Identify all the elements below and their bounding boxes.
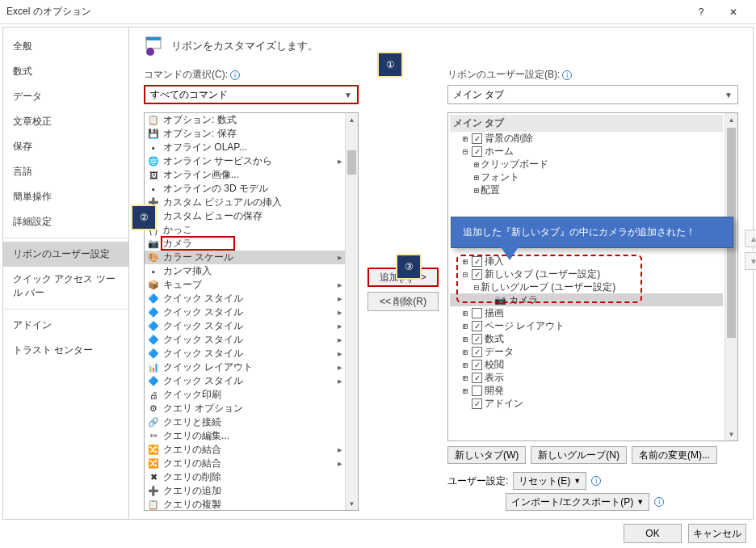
help-button[interactable]: ? — [685, 1, 717, 23]
close-button[interactable]: ✕ — [717, 1, 750, 23]
sidebar-item[interactable]: トラスト センター — [3, 338, 128, 363]
sidebar-item[interactable]: 詳細設定 — [3, 209, 128, 234]
expand-icon[interactable]: ⊞ — [461, 335, 469, 344]
tree-item[interactable]: ⊞背景の削除 — [450, 132, 723, 145]
tree-item[interactable]: ⊞挿入 — [450, 255, 723, 268]
rename-button[interactable]: 名前の変更(M)... — [632, 446, 717, 464]
list-item[interactable]: 📷カメラ — [145, 237, 345, 251]
tree-item[interactable]: ⊞開発 — [450, 384, 723, 397]
list-item[interactable]: 💾オプション: 保存 — [145, 127, 345, 141]
tree-item[interactable]: アドイン — [450, 397, 723, 410]
ok-button[interactable]: OK — [624, 524, 682, 543]
tree-item[interactable]: ⊞校閲 — [450, 358, 723, 371]
info-icon[interactable]: i — [562, 70, 572, 80]
list-item[interactable]: 🔷クイック スタイル▸ — [145, 306, 345, 319]
tree-item[interactable]: 📷カメラ — [450, 293, 723, 306]
info-icon[interactable]: i — [591, 476, 601, 486]
new-group-button[interactable]: 新しいグループ(N) — [531, 446, 627, 464]
expand-icon[interactable]: ⊞ — [472, 160, 481, 169]
sidebar-item[interactable]: 簡単操作 — [3, 184, 128, 209]
list-item[interactable]: ▪オフライン OLAP... — [145, 141, 345, 154]
list-item[interactable]: 🔷クイック スタイル▸ — [145, 333, 345, 347]
sidebar-item[interactable]: 全般 — [3, 34, 128, 59]
tree-item[interactable]: ⊞配置 — [450, 183, 723, 196]
checkbox[interactable] — [472, 360, 482, 370]
sidebar-item[interactable]: 保存 — [3, 134, 128, 159]
scroll-down-icon[interactable]: ▼ — [346, 497, 358, 510]
ribbon-dropdown[interactable]: メイン タブ ▼ — [447, 85, 738, 104]
tree-item[interactable]: ⊞クリップボード — [450, 158, 723, 171]
expand-icon[interactable]: ⊞ — [461, 348, 469, 356]
list-item[interactable]: 📊クイック レイアウト▸ — [145, 360, 345, 374]
checkbox[interactable] — [472, 398, 482, 409]
list-item[interactable]: 🎨カラー スケール▸ — [145, 251, 345, 264]
tree-item[interactable]: ⊟新しいグループ (ユーザー設定) — [450, 280, 723, 293]
tree-item[interactable]: ⊟新しいタブ (ユーザー設定) — [450, 268, 723, 280]
list-item[interactable]: 🔗クエリと接続 — [145, 415, 345, 429]
tree-item[interactable]: ⊞ページ レイアウト — [450, 319, 723, 332]
expand-icon[interactable]: ⊞ — [472, 186, 481, 195]
list-item[interactable]: ⚙クエリ オプション — [145, 402, 345, 415]
expand-icon[interactable]: ⊟ — [461, 147, 469, 156]
ribbon-tree[interactable]: メイン タブ⊞背景の削除⊟ホーム⊞クリップボード⊞フォント⊞配置⊞挿入⊟新しいタ… — [447, 112, 738, 441]
list-item[interactable]: 🖼オンライン画像... — [145, 168, 345, 182]
expand-icon[interactable]: ⊞ — [461, 134, 469, 143]
scrollbar[interactable]: ▲ ▼ — [724, 113, 737, 441]
tree-item[interactable]: ⊞データ — [450, 345, 723, 358]
scroll-up-icon[interactable]: ▲ — [346, 113, 358, 126]
list-item[interactable]: 🖨クイック印刷 — [145, 388, 345, 402]
list-item[interactable]: 🔀クエリの結合▸ — [145, 443, 345, 457]
list-item[interactable]: 📋クエリの複製 — [145, 498, 345, 510]
checkbox[interactable] — [472, 269, 482, 280]
commands-dropdown[interactable]: すべてのコマンド ▼ — [144, 85, 359, 104]
sidebar-item[interactable]: 文章校正 — [3, 109, 128, 134]
list-item[interactable]: ➕カスタム ビジュアルの挿入 — [145, 196, 345, 209]
expand-icon[interactable]: ⊟ — [461, 270, 469, 279]
list-item[interactable]: ✏クエリの編集... — [145, 429, 345, 443]
checkbox[interactable] — [472, 334, 482, 344]
sidebar-item[interactable]: データ — [3, 84, 128, 109]
tree-item[interactable]: ⊟ホーム — [450, 145, 723, 158]
list-item[interactable]: 🔷クイック スタイル▸ — [145, 292, 345, 306]
checkbox[interactable] — [472, 133, 482, 144]
info-icon[interactable]: i — [230, 70, 240, 80]
expand-icon[interactable]: ⊞ — [461, 257, 469, 266]
sidebar-item[interactable]: クイック アクセス ツール バー — [3, 267, 128, 306]
remove-button[interactable]: << 削除(R) — [368, 292, 439, 311]
list-item[interactable]: ▪カンマ挿入 — [145, 264, 345, 278]
scroll-down-icon[interactable]: ▼ — [725, 428, 737, 441]
list-item[interactable]: ▪カスタム ビューの保存 — [145, 209, 345, 223]
info-icon[interactable]: i — [654, 497, 664, 507]
checkbox[interactable] — [472, 308, 482, 318]
list-item[interactable]: 🌐オンライン サービスから▸ — [145, 154, 345, 168]
checkbox[interactable] — [472, 373, 482, 383]
tree-item[interactable]: ⊞数式 — [450, 332, 723, 345]
expand-icon[interactable]: ⊞ — [461, 309, 469, 318]
list-item[interactable]: 📦キューブ▸ — [145, 278, 345, 292]
expand-icon[interactable]: ⊞ — [461, 322, 469, 331]
list-item[interactable]: ▪オンラインの 3D モデル — [145, 182, 345, 196]
checkbox[interactable] — [472, 256, 482, 267]
checkbox[interactable] — [472, 386, 482, 396]
sidebar-item[interactable]: アドイン — [3, 313, 128, 338]
move-down-button[interactable]: ▼ — [745, 252, 756, 270]
cancel-button[interactable]: キャンセル — [688, 524, 746, 543]
expand-icon[interactable]: ⊞ — [461, 360, 469, 369]
expand-icon[interactable]: ⊟ — [472, 283, 481, 292]
tree-item[interactable]: ⊞描画 — [450, 306, 723, 319]
scroll-up-icon[interactable]: ▲ — [725, 113, 737, 126]
list-item[interactable]: ✖クエリの削除 — [145, 470, 345, 484]
checkbox[interactable] — [472, 347, 482, 357]
list-item[interactable]: 🔷クイック スタイル▸ — [145, 374, 345, 388]
list-item[interactable]: 🔷クイック スタイル▸ — [145, 347, 345, 360]
tree-item[interactable]: ⊞フォント — [450, 171, 723, 183]
import-export-button[interactable]: インポート/エクスポート(P)▼ — [506, 493, 649, 511]
list-item[interactable]: 🔀クエリの結合▸ — [145, 457, 345, 470]
sidebar-item[interactable]: 言語 — [3, 159, 128, 184]
checkbox[interactable] — [472, 321, 482, 331]
expand-icon[interactable]: ⊞ — [472, 173, 481, 182]
scroll-thumb[interactable] — [347, 150, 356, 175]
list-item[interactable]: 📋オプション: 数式 — [145, 113, 345, 127]
expand-icon[interactable]: ⊞ — [461, 373, 469, 382]
checkbox[interactable] — [472, 146, 482, 157]
